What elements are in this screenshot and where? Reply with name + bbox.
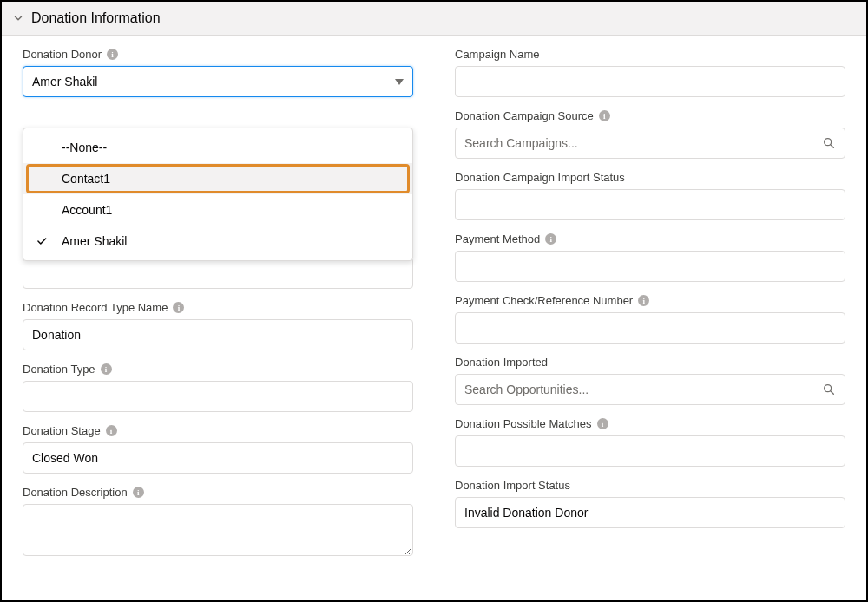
svg-point-0 bbox=[825, 139, 832, 146]
record-type-field: Donation Record Type Name i bbox=[23, 301, 413, 350]
campaign-source-label-row: Donation Campaign Source i bbox=[455, 109, 845, 122]
donation-stage-label-row: Donation Stage i bbox=[23, 424, 413, 437]
campaign-source-lookup[interactable] bbox=[455, 128, 845, 159]
info-icon: i bbox=[599, 110, 610, 121]
section-title: Donation Information bbox=[31, 10, 161, 26]
campaign-name-input[interactable] bbox=[455, 66, 845, 97]
donor-label: Donation Donor bbox=[23, 48, 102, 61]
payment-method-input[interactable] bbox=[455, 251, 845, 282]
donation-name-input[interactable] bbox=[23, 258, 413, 289]
donation-description-field: Donation Description i bbox=[23, 486, 413, 556]
import-status-label-row: Donation Import Status bbox=[455, 479, 845, 492]
info-icon: i bbox=[545, 233, 556, 245]
record-type-label-row: Donation Record Type Name i bbox=[23, 301, 413, 314]
donor-selected-value: Amer Shakil bbox=[32, 75, 97, 88]
campaign-source-field: Donation Campaign Source i bbox=[455, 109, 845, 159]
donation-imported-field: Donation Imported bbox=[455, 356, 845, 405]
search-icon bbox=[822, 383, 836, 396]
section-header[interactable]: Donation Information bbox=[2, 2, 866, 36]
donation-imported-input[interactable] bbox=[464, 383, 822, 396]
info-icon: i bbox=[173, 302, 184, 313]
svg-line-3 bbox=[831, 391, 833, 394]
donation-imported-label: Donation Imported bbox=[455, 356, 548, 369]
payment-method-field: Payment Method i bbox=[455, 232, 845, 282]
campaign-name-label: Campaign Name bbox=[455, 48, 540, 61]
campaign-source-input[interactable] bbox=[464, 136, 822, 150]
svg-point-2 bbox=[825, 385, 832, 392]
donor-option-label: Account1 bbox=[62, 203, 112, 217]
check-ref-field: Payment Check/Reference Number i bbox=[455, 294, 845, 344]
info-icon: i bbox=[107, 49, 118, 60]
possible-matches-field: Donation Possible Matches i bbox=[455, 417, 845, 467]
campaign-import-status-label: Donation Campaign Import Status bbox=[455, 171, 625, 184]
donation-stage-field: Donation Stage i bbox=[23, 424, 413, 474]
left-column: Donation Donor i Amer Shakil Donation Na… bbox=[23, 48, 413, 568]
check-ref-input[interactable] bbox=[455, 312, 845, 344]
donor-option-contact1[interactable]: Contact1 bbox=[23, 163, 412, 194]
check-icon bbox=[36, 235, 48, 247]
donation-stage-label: Donation Stage bbox=[23, 424, 101, 437]
import-status-label: Donation Import Status bbox=[455, 479, 570, 492]
donor-option-none[interactable]: --None-- bbox=[23, 132, 412, 163]
campaign-import-status-field: Donation Campaign Import Status bbox=[455, 171, 845, 220]
donor-dropdown[interactable]: --None-- Contact1 Account1 Amer Shakil bbox=[23, 128, 413, 261]
svg-line-1 bbox=[831, 145, 833, 147]
donation-imported-label-row: Donation Imported bbox=[455, 356, 845, 369]
payment-method-label-row: Payment Method i bbox=[455, 232, 845, 245]
record-type-label: Donation Record Type Name bbox=[23, 301, 168, 314]
donation-type-field: Donation Type i bbox=[23, 363, 413, 412]
donation-imported-lookup[interactable] bbox=[455, 374, 845, 405]
donor-option-label: Amer Shakil bbox=[62, 234, 127, 248]
check-ref-label-row: Payment Check/Reference Number i bbox=[455, 294, 845, 307]
info-icon: i bbox=[638, 295, 649, 306]
info-icon: i bbox=[106, 425, 117, 436]
possible-matches-label-row: Donation Possible Matches i bbox=[455, 417, 845, 430]
donor-option-label: --None-- bbox=[62, 141, 107, 154]
info-icon: i bbox=[133, 487, 144, 498]
right-column: Campaign Name Donation Campaign Source i bbox=[455, 48, 845, 568]
donation-description-textarea[interactable] bbox=[23, 504, 413, 556]
donor-select[interactable]: Amer Shakil bbox=[23, 66, 413, 97]
search-icon bbox=[822, 136, 836, 150]
campaign-import-status-input[interactable] bbox=[455, 189, 845, 220]
donation-type-label-row: Donation Type i bbox=[23, 363, 413, 376]
donor-label-row: Donation Donor i bbox=[23, 48, 413, 61]
donor-option-amer-shakil[interactable]: Amer Shakil bbox=[23, 226, 412, 257]
info-icon: i bbox=[101, 363, 112, 375]
info-icon: i bbox=[597, 418, 608, 429]
chevron-down-icon bbox=[12, 12, 24, 24]
donation-description-label-row: Donation Description i bbox=[23, 486, 413, 499]
donor-field: Donation Donor i Amer Shakil bbox=[23, 48, 413, 97]
campaign-name-label-row: Campaign Name bbox=[455, 48, 845, 61]
donation-type-input[interactable] bbox=[23, 381, 413, 412]
campaign-name-field: Campaign Name bbox=[455, 48, 845, 97]
check-ref-label: Payment Check/Reference Number bbox=[455, 294, 633, 307]
import-status-field: Donation Import Status bbox=[455, 479, 845, 528]
donation-form-container: Donation Information Donation Donor i Am… bbox=[0, 0, 868, 602]
donation-stage-input[interactable] bbox=[23, 442, 413, 474]
caret-down-icon bbox=[395, 79, 404, 85]
possible-matches-label: Donation Possible Matches bbox=[455, 417, 592, 430]
payment-method-label: Payment Method bbox=[455, 232, 540, 245]
form-body: Donation Donor i Amer Shakil Donation Na… bbox=[2, 36, 866, 589]
campaign-source-label: Donation Campaign Source bbox=[455, 109, 594, 122]
possible-matches-input[interactable] bbox=[455, 435, 845, 467]
record-type-input[interactable] bbox=[23, 319, 413, 350]
import-status-input[interactable] bbox=[455, 497, 845, 528]
donor-option-label: Contact1 bbox=[62, 172, 110, 186]
donation-type-label: Donation Type bbox=[23, 363, 95, 376]
donation-description-label: Donation Description bbox=[23, 486, 128, 499]
campaign-import-status-label-row: Donation Campaign Import Status bbox=[455, 171, 845, 184]
donor-option-account1[interactable]: Account1 bbox=[23, 194, 412, 226]
